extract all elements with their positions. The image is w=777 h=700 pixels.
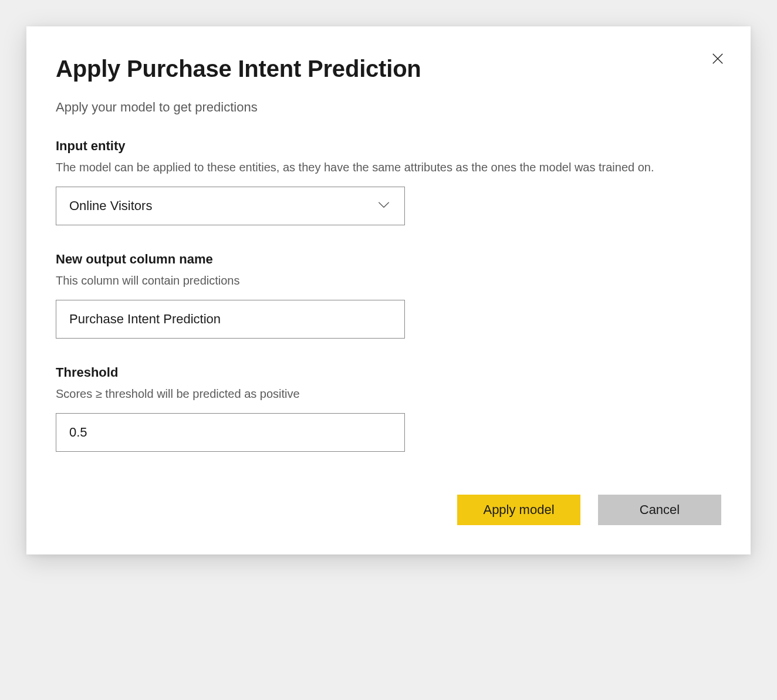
output-column-help: This column will contain predictions <box>56 272 721 289</box>
apply-model-button[interactable]: Apply model <box>457 495 580 525</box>
chevron-down-icon <box>376 197 391 215</box>
output-column-label: New output column name <box>56 252 721 267</box>
close-icon <box>711 52 724 67</box>
dialog-subtitle: Apply your model to get predictions <box>56 100 721 115</box>
input-entity-label: Input entity <box>56 138 721 154</box>
input-entity-value: Online Visitors <box>69 198 152 214</box>
input-entity-field: Input entity The model can be applied to… <box>56 138 721 225</box>
threshold-field: Threshold Scores ≥ threshold will be pre… <box>56 365 721 452</box>
output-column-field: New output column name This column will … <box>56 252 721 339</box>
threshold-input[interactable] <box>56 413 405 452</box>
threshold-help: Scores ≥ threshold will be predicted as … <box>56 385 721 403</box>
apply-model-dialog: Apply Purchase Intent Prediction Apply y… <box>26 26 751 554</box>
close-button[interactable] <box>708 50 727 69</box>
cancel-button[interactable]: Cancel <box>598 495 721 525</box>
dialog-title: Apply Purchase Intent Prediction <box>56 56 721 82</box>
input-entity-dropdown[interactable]: Online Visitors <box>56 187 405 225</box>
threshold-label: Threshold <box>56 365 721 380</box>
dialog-button-row: Apply model Cancel <box>56 495 721 525</box>
input-entity-help: The model can be applied to these entiti… <box>56 158 721 176</box>
output-column-input[interactable] <box>56 300 405 339</box>
